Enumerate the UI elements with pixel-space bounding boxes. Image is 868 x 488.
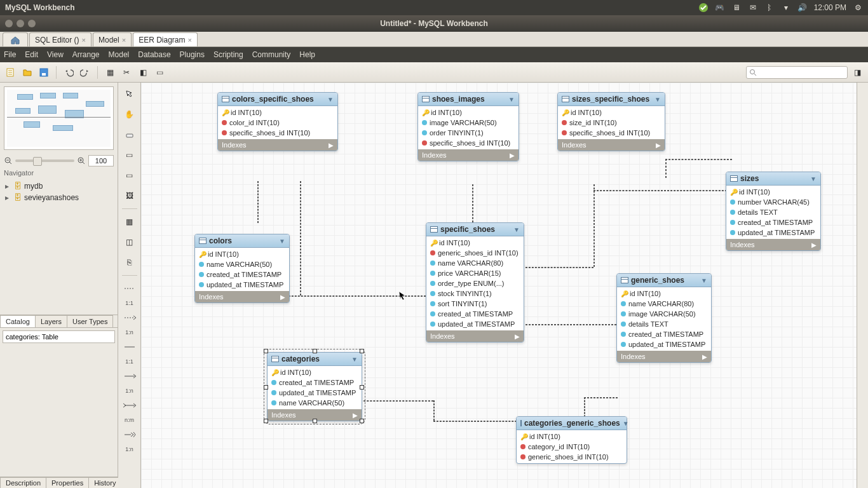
zoom-in-button[interactable] [77,156,86,165]
catalog-tree[interactable]: ▸🗄mydb ▸🗄sevieyanashoes [0,178,118,315]
routine-group-tool[interactable]: ⎘ [121,254,139,271]
column-row[interactable]: 🔑id INT(10) [418,107,519,118]
entity-shoes_images[interactable]: shoes_images▼🔑id INT(10)image VARCHAR(50… [417,92,519,161]
display-icon[interactable]: 🖥 [731,3,742,13]
eraser-tool[interactable] [121,126,139,144]
new-file-button[interactable] [4,65,18,79]
entity-sizes_specific_shoes[interactable]: sizes_specific_shoes▼🔑id INT(10)size_id … [557,92,665,151]
home-tab[interactable] [3,32,28,46]
entity-colors[interactable]: colors▼🔑id INT(10)name VARCHAR(50)create… [194,234,290,303]
grid-toggle-button[interactable]: ▦ [103,65,117,79]
wifi-icon[interactable]: ▾ [781,3,791,13]
entity-header[interactable]: generic_shoes▼ [617,274,711,287]
image-tool[interactable]: 🖼 [121,187,139,205]
column-row[interactable]: number VARCHAR(45) [726,197,820,207]
indexes-section[interactable]: Indexes▶ [426,330,524,342]
column-row[interactable]: 🔑id INT(10) [426,238,524,248]
indexes-section[interactable]: Indexes▶ [726,239,820,250]
column-row[interactable]: size_id INT(10) [558,118,665,128]
column-row[interactable]: 🔑id INT(10) [218,107,337,118]
page-button[interactable]: ▭ [153,65,166,79]
entity-categories[interactable]: categories▼🔑id INT(10)created_at TIMESTA… [267,352,362,421]
sidebar-tab-user-types[interactable]: User Types [67,315,113,327]
redo-button[interactable] [78,65,92,79]
entity-categories_generic_shoes[interactable]: categories_generic_shoes▼🔑id INT(10)cate… [516,416,627,464]
column-row[interactable]: updated_at TIMESTAMP [268,388,362,398]
column-row[interactable]: color_id INT(10) [218,118,337,128]
column-row[interactable]: stock TINYINT(1) [426,288,524,299]
column-row[interactable]: generic_shoes_id INT(10) [426,248,524,258]
column-row[interactable]: 🔑id INT(10) [517,431,627,442]
relation-existing-tool[interactable] [121,426,139,444]
close-icon[interactable]: × [188,36,192,44]
hand-tool[interactable]: ✋ [121,105,139,123]
entity-specific_shoes[interactable]: specific_shoes▼🔑id INT(10)generic_shoes_… [426,222,524,342]
tab-model[interactable]: Model× [93,32,132,46]
indexes-section[interactable]: Indexes▶ [617,351,711,362]
sidebar-toggle-button[interactable]: ◨ [850,65,864,79]
column-row[interactable]: 🔑id INT(10) [268,367,362,377]
menu-edit[interactable]: Edit [25,50,38,59]
sidebar-tab-layers[interactable]: Layers [35,315,67,327]
close-window-button[interactable] [5,20,13,27]
selection-handle[interactable] [264,385,268,390]
entity-header[interactable]: colors▼ [195,234,289,248]
column-row[interactable]: generic_shoes_id INT(10) [517,452,627,462]
text-tool[interactable]: ▭ [121,166,139,184]
indexes-section[interactable]: Indexes▶ [418,149,519,161]
selection-handle[interactable] [360,419,364,423]
entity-sizes[interactable]: sizes▼🔑id INT(10)number VARCHAR(45)detai… [726,172,821,251]
column-row[interactable]: created_at TIMESTAMP [426,309,524,319]
notation-button[interactable]: ◧ [136,65,150,79]
sidebar-tab-description[interactable]: Description [0,477,46,488]
selection-handle[interactable] [360,385,364,390]
column-row[interactable]: 🔑id INT(10) [726,187,820,197]
entity-colors_specific_shoes[interactable]: colors_specific_shoes▼🔑id INT(10)color_i… [217,92,338,151]
entity-header[interactable]: specific_shoes▼ [426,223,524,236]
column-row[interactable]: price VARCHAR(15) [426,268,524,278]
tab-eer-diagram[interactable]: EER Diagram× [133,32,198,46]
zoom-slider[interactable] [15,159,74,162]
indexes-section[interactable]: Indexes▶ [558,139,665,151]
entity-generic_shoes[interactable]: generic_shoes▼🔑id INT(10)name VARCHAR(80… [616,273,712,363]
column-row[interactable]: name VARCHAR(80) [617,299,711,309]
status-ok-icon[interactable] [698,3,709,13]
zoom-value[interactable]: 100 [88,155,114,166]
column-row[interactable]: sort TINYINT(1) [426,299,524,309]
save-button[interactable] [37,65,51,79]
minimize-window-button[interactable] [17,20,24,27]
sidebar-tab-history[interactable]: History [88,477,121,488]
volume-icon[interactable]: 🔊 [797,3,808,13]
relation-1-n-id-tool[interactable] [121,367,139,385]
column-row[interactable]: created_at TIMESTAMP [617,329,711,339]
sidebar-tab-properties[interactable]: Properties [46,477,89,488]
column-row[interactable]: category_id INT(10) [517,442,627,452]
diagram-minimap[interactable] [4,86,114,150]
selection-handle[interactable] [313,349,317,353]
column-row[interactable]: 🔑id INT(10) [195,249,289,259]
column-row[interactable]: specific_shoes_id INT(10) [418,138,519,148]
menu-database[interactable]: Database [138,50,170,59]
clock[interactable]: 12:00 PM [814,3,846,12]
maximize-window-button[interactable] [28,20,36,27]
column-row[interactable]: created_at TIMESTAMP [268,377,362,388]
entity-header[interactable]: shoes_images▼ [418,93,519,106]
column-row[interactable]: order_type ENUM(...) [426,278,524,288]
undo-button[interactable] [62,65,76,79]
column-row[interactable]: updated_at TIMESTAMP [195,280,289,290]
view-tool[interactable]: ◫ [121,233,139,251]
menu-help[interactable]: Help [299,50,315,59]
menu-plugins[interactable]: Plugins [180,50,205,59]
column-row[interactable]: created_at TIMESTAMP [195,269,289,280]
zoom-out-button[interactable] [4,156,13,165]
selection-handle[interactable] [360,349,364,353]
entity-header[interactable]: categories▼ [268,353,362,366]
column-row[interactable]: updated_at TIMESTAMP [426,319,524,329]
selection-handle[interactable] [313,419,317,423]
menu-file[interactable]: File [4,50,16,59]
selection-handle[interactable] [264,349,268,353]
selection-description-input[interactable] [3,330,115,343]
menu-community[interactable]: Community [252,50,291,59]
table-tool[interactable]: ▦ [121,213,139,231]
entity-header[interactable]: categories_generic_shoes▼ [517,417,627,430]
